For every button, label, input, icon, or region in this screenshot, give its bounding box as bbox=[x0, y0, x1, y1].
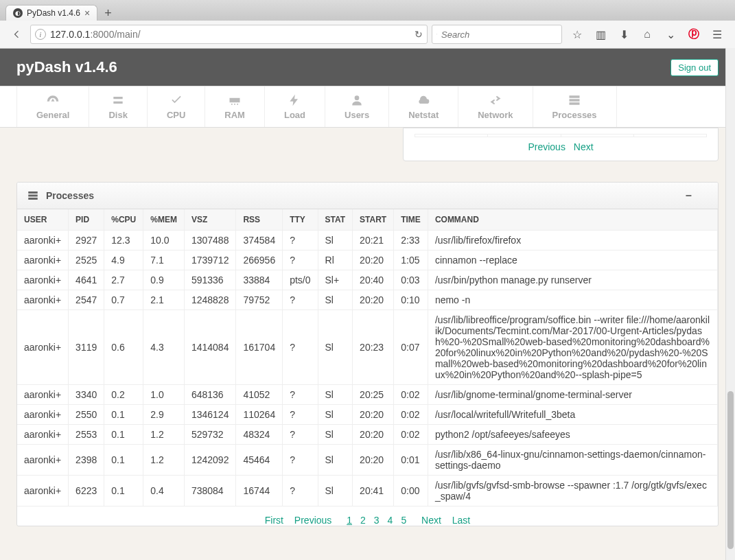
col-stat[interactable]: STAT bbox=[318, 209, 353, 231]
cell-stat: Rl bbox=[318, 250, 353, 270]
cell-pid: 2398 bbox=[69, 445, 104, 476]
downloads-icon[interactable]: ⬇ bbox=[617, 27, 631, 41]
pager-prev[interactable]: Previous bbox=[294, 515, 331, 526]
processes-title: Processes bbox=[46, 190, 94, 201]
pager-page-3[interactable]: 3 bbox=[374, 515, 380, 526]
browser-tab[interactable]: ◐ PyDash v1.4.6 × bbox=[5, 5, 97, 21]
nav-netstat[interactable]: Netstat bbox=[389, 86, 458, 127]
bookmark-star-icon[interactable]: ☆ bbox=[570, 27, 584, 41]
pager-page-5[interactable]: 5 bbox=[401, 515, 406, 526]
cell-cpu: 0.7 bbox=[104, 290, 143, 310]
scrollbar[interactable] bbox=[725, 48, 735, 560]
new-tab-button[interactable]: + bbox=[100, 6, 116, 21]
pager-page-4[interactable]: 4 bbox=[388, 515, 393, 526]
reload-icon[interactable]: ↻ bbox=[415, 29, 423, 40]
pager-last[interactable]: Last bbox=[452, 515, 470, 526]
nav-load[interactable]: Load bbox=[265, 86, 325, 127]
nav-users[interactable]: Users bbox=[325, 86, 389, 127]
col-pid[interactable]: PID bbox=[69, 209, 104, 231]
browser-search-input[interactable] bbox=[441, 30, 557, 40]
back-button[interactable] bbox=[7, 25, 26, 43]
table-row: aaronki+292712.310.01307488374584?Sl20:2… bbox=[17, 231, 718, 250]
cell-user: aaronki+ bbox=[17, 270, 69, 290]
cell-mem: 4.3 bbox=[143, 310, 185, 385]
cell-rss: 79752 bbox=[236, 290, 283, 310]
identity-icon[interactable]: i bbox=[35, 29, 46, 40]
cell-mem: 10.0 bbox=[143, 231, 185, 250]
cell-tty: ? bbox=[283, 290, 318, 310]
upper-pager-next[interactable]: Next bbox=[574, 141, 594, 152]
upper-panel-table-stub bbox=[415, 134, 707, 137]
nav-cpu[interactable]: CPU bbox=[148, 86, 205, 127]
pager-page-2[interactable]: 2 bbox=[360, 515, 366, 526]
cell-vsz: 1739712 bbox=[184, 250, 236, 270]
cell-vsz: 1346124 bbox=[184, 405, 236, 425]
pager-first[interactable]: First bbox=[265, 515, 283, 526]
cell-rss: 33884 bbox=[236, 270, 283, 290]
nav-network[interactable]: Network bbox=[458, 86, 533, 127]
processes-table: USERPID%CPU%MEMVSZRSSTTYSTATSTARTTIMECOM… bbox=[17, 209, 718, 506]
cell-pid: 6223 bbox=[69, 476, 104, 506]
cell-stat: Sl bbox=[318, 425, 353, 445]
url-bar[interactable]: i 127.0.0.1:8000/main/ ↻ bbox=[30, 25, 428, 44]
table-row: aaronki+62230.10.473808416744?Sl20:410:0… bbox=[17, 476, 718, 506]
library-icon[interactable]: ▥ bbox=[594, 27, 607, 41]
cell-user: aaronki+ bbox=[17, 425, 69, 445]
cell-time: 1:05 bbox=[394, 250, 428, 270]
gauge-icon bbox=[46, 93, 60, 107]
col-user[interactable]: USER bbox=[17, 209, 69, 231]
pager-page-1[interactable]: 1 bbox=[347, 515, 352, 526]
col-cpu[interactable]: %CPU bbox=[104, 209, 143, 231]
col-rss[interactable]: RSS bbox=[236, 209, 283, 231]
cell-stat: Sl bbox=[318, 476, 353, 506]
table-row: aaronki+46412.70.959133633884pts/0Sl+20:… bbox=[17, 270, 718, 290]
home-icon[interactable]: ⌂ bbox=[640, 27, 654, 41]
col-tty[interactable]: TTY bbox=[283, 209, 318, 231]
url-host: 127.0.0.1 bbox=[50, 29, 90, 40]
pinterest-icon[interactable]: ⓟ bbox=[687, 27, 701, 41]
url-text: 127.0.0.1:8000/main/ bbox=[50, 29, 410, 40]
menu-icon[interactable]: ☰ bbox=[710, 27, 724, 41]
cell-cmd: /usr/lib/firefox/firefox bbox=[428, 231, 717, 250]
disk-icon bbox=[111, 93, 125, 107]
pocket-icon[interactable]: ⌄ bbox=[664, 27, 677, 41]
table-row: aaronki+25470.72.1124882879752?Sl20:200:… bbox=[17, 290, 718, 310]
cell-rss: 48324 bbox=[236, 425, 283, 445]
nav-label: Network bbox=[478, 110, 513, 120]
processes-thead: USERPID%CPU%MEMVSZRSSTTYSTATSTARTTIMECOM… bbox=[17, 209, 718, 231]
col-command[interactable]: COMMAND bbox=[428, 209, 717, 231]
cell-start: 20:23 bbox=[353, 310, 394, 385]
nav-processes[interactable]: Processes bbox=[533, 86, 617, 127]
nav-ram[interactable]: RAM bbox=[205, 86, 265, 127]
cell-tty: ? bbox=[283, 385, 318, 405]
user-icon bbox=[350, 93, 364, 107]
col-vsz[interactable]: VSZ bbox=[184, 209, 236, 231]
cell-stat: Sl+ bbox=[318, 270, 353, 290]
cell-rss: 45464 bbox=[236, 445, 283, 476]
pager-next[interactable]: Next bbox=[421, 515, 441, 526]
nav-disk[interactable]: Disk bbox=[89, 86, 147, 127]
nav-general[interactable]: General bbox=[16, 86, 89, 127]
browser-search[interactable] bbox=[432, 25, 562, 44]
cell-rss: 266956 bbox=[236, 250, 283, 270]
tab-close-icon[interactable]: × bbox=[84, 8, 90, 18]
cell-mem: 1.0 bbox=[143, 385, 185, 405]
tab-favicon-icon: ◐ bbox=[13, 8, 23, 18]
cell-start: 20:21 bbox=[353, 231, 394, 250]
collapse-toggle[interactable]: – bbox=[686, 189, 708, 202]
cell-user: aaronki+ bbox=[17, 476, 69, 506]
arrow-left-icon bbox=[11, 29, 22, 40]
scrollbar-thumb[interactable] bbox=[727, 391, 734, 549]
pager: First Previous 12345 Next Last bbox=[17, 506, 718, 526]
cell-cpu: 0.1 bbox=[104, 425, 143, 445]
col-mem[interactable]: %MEM bbox=[143, 209, 185, 231]
signout-button[interactable]: Sign out bbox=[670, 59, 719, 76]
col-start[interactable]: START bbox=[353, 209, 394, 231]
cell-cmd: /usr/local/writefull/Writefull_3beta bbox=[428, 405, 717, 425]
col-time[interactable]: TIME bbox=[394, 209, 428, 231]
cell-cmd: cinnamon --replace bbox=[428, 250, 717, 270]
cell-vsz: 529732 bbox=[184, 425, 236, 445]
browser-chrome: ◐ PyDash v1.4.6 × + i 127.0.0.1:8000/mai… bbox=[0, 0, 735, 49]
cell-cpu: 12.3 bbox=[104, 231, 143, 250]
upper-pager-prev[interactable]: Previous bbox=[528, 141, 565, 152]
